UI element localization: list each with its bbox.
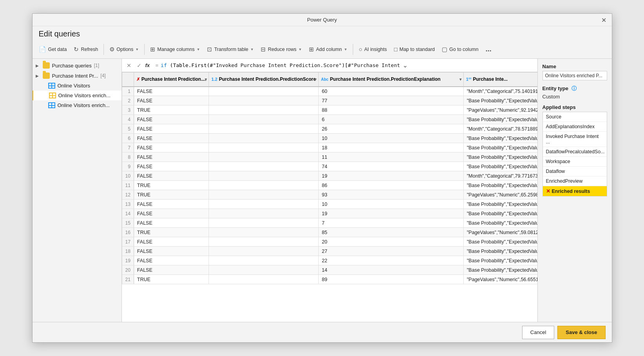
manage-columns-button[interactable]: ⊞ Manage columns ▼ [147,42,203,56]
table-cell: 14 [318,265,463,275]
table-cell: TRUE [134,190,209,200]
col1-filter-icon[interactable]: ▼ [204,77,208,82]
applied-step-1[interactable]: AddExplanationsIndex [543,122,607,132]
applied-step-7[interactable]: ✕Enriched results [543,186,607,196]
sidebar-item-4[interactable]: Online Visitors enrich... [33,100,122,110]
table-cell [209,190,319,200]
formula-confirm-icon[interactable]: ✓ [135,62,143,69]
table-row: 19FALSE22"Base Probability","ExpectedVal… [122,256,537,265]
get-data-button[interactable]: 📄 Get data [36,42,70,56]
row-number-header [122,73,134,87]
table-cell: "Month","Categorical",75.14019105139549,… [463,87,537,96]
formula-cancel-icon[interactable]: ✕ [125,62,133,69]
table-row: 9FALSE74"Base Probability","ExpectedValu… [122,162,537,171]
cancel-button[interactable]: Cancel [522,326,554,339]
sidebar-item-label: Online Visitors [58,83,91,89]
sidebar: ▶Purchase queries[1]▶Purchase Intent Pr.… [33,59,122,322]
table-row: 5FALSE26"Month","Categorical",78.5718899… [122,124,537,134]
refresh-button[interactable]: ↻ Refresh [71,42,101,56]
col-header-4: 1²³ Purchase Inte... [463,73,537,87]
table-cell: 10 [318,134,463,143]
ai-icon: ○ [359,46,362,53]
ai-insights-button[interactable]: ○ AI insights [356,42,390,56]
entity-type-info-icon[interactable]: ⓘ [571,85,577,91]
dialog-header: Edit queries [33,26,612,40]
applied-step-5[interactable]: Dataflow [543,167,607,176]
table-cell: FALSE [134,265,209,275]
table-cell: "Base Probability","ExpectedValueType",5… [463,153,537,162]
table-cell [209,143,319,153]
formula-equals: = [156,62,159,68]
transform-table-button[interactable]: ⊡ Transform table ▼ [204,42,257,56]
applied-step-2[interactable]: Invoked Purchase Intent ... [543,132,607,147]
applied-step-4[interactable]: Workspace [543,157,607,167]
table-cell [209,115,319,124]
table-cell: 60 [318,87,463,96]
main-content: ▶Purchase queries[1]▶Purchase Intent Pr.… [33,59,612,322]
row-number: 11 [122,181,134,190]
sidebar-item-3[interactable]: Online Visitors enrich... [33,91,122,100]
sidebar-item-label: Online Visitors enrich... [58,93,111,98]
database-icon: 📄 [39,46,46,53]
reduce-rows-button[interactable]: ⊟ Reduce rows ▼ [258,42,305,56]
sidebar-item-2[interactable]: Online Visitors [33,81,122,91]
add-column-button[interactable]: ⊞ Add column ▼ [306,42,350,56]
more-icon: ... [486,45,492,53]
table-row: 20FALSE14"Base Probability","ExpectedVal… [122,265,537,275]
col-header-3: Abc Purchase Intent Prediction.Predictio… [318,73,463,87]
step-error-icon: ✕ [546,188,550,194]
table-cell: "Base Probability","ExpectedValueType",5… [463,247,537,256]
row-number: 20 [122,265,134,275]
transform-icon: ⊡ [207,46,212,53]
separator1 [103,44,104,55]
sidebar-item-0[interactable]: ▶Purchase queries[1] [33,60,122,71]
applied-step-6[interactable]: EnrichedPreview [543,176,607,186]
manage-columns-icon: ⊞ [150,46,155,53]
col2-filter-icon[interactable]: ▼ [314,77,317,82]
name-section: Name [542,64,607,80]
table-cell: 19 [318,171,463,181]
table-cell: FALSE [134,124,209,134]
row-number: 19 [122,256,134,265]
table-cell: 86 [318,181,463,190]
table-cell [209,87,319,96]
power-query-dialog: Power Query ✕ Edit queries 📄 Get data ↻ … [32,13,612,343]
table-cell [209,200,319,209]
map-to-standard-button[interactable]: □ Map to standard [391,42,438,56]
options-button[interactable]: ⚙ Options ▼ [106,42,142,56]
add-column-chevron-icon: ▼ [344,47,347,51]
save-close-button[interactable]: Save & close [557,326,605,339]
table-cell: 22 [318,256,463,265]
row-number: 13 [122,200,134,209]
formula-expand-icon[interactable]: ⌄ [403,62,408,69]
data-table-container[interactable]: ✗ Purchase Intent Prediction.... ▼ 1.2 P… [122,72,537,322]
table-cell: FALSE [134,237,209,247]
table-cell: FALSE [134,200,209,209]
table-cell: "Base Probability","ExpectedValueType",5… [463,96,537,105]
sidebar-item-label: Purchase queries [52,63,92,69]
col4-type-icon: 1²³ [466,77,471,82]
row-number: 4 [122,115,134,124]
table-cell [209,181,319,190]
row-number: 16 [122,228,134,237]
toolbar: 📄 Get data ↻ Refresh ⚙ Options ▼ ⊞ Manag… [33,40,612,59]
table-row: 6FALSE10"Base Probability","ExpectedValu… [122,134,537,143]
col3-filter-icon[interactable]: ▼ [459,77,463,82]
applied-step-3[interactable]: DataflowPrecalculatedSo... [543,147,607,157]
table-cell: 7 [318,218,463,228]
folder-icon [43,73,50,79]
table-cell: "PageValues","Numeric",59.08122553641114… [463,228,537,237]
refresh-icon: ↻ [74,46,79,53]
name-input[interactable] [542,71,607,80]
more-button[interactable]: ... [483,42,495,56]
table-cell: 18 [318,143,463,153]
go-to-column-button[interactable]: ▢ Go to column [439,42,481,56]
separator3 [353,44,353,55]
applied-step-0[interactable]: Source [543,112,607,122]
close-button[interactable]: ✕ [599,15,609,25]
table-icon [48,102,55,108]
sidebar-item-1[interactable]: ▶Purchase Intent Pr...[4] [33,71,122,81]
table-cell [209,218,319,228]
table-row: 3TRUE88"PageValues","Numeric",92.1942963… [122,105,537,115]
table-cell: TRUE [134,105,209,115]
